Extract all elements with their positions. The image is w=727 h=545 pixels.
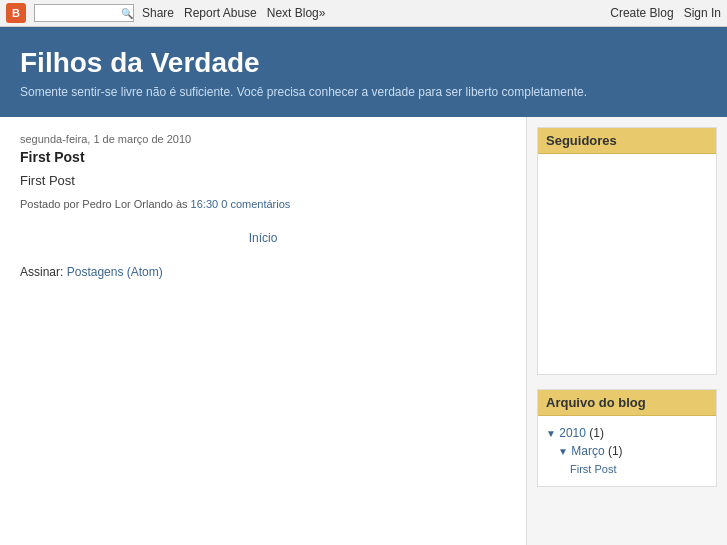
- archive-list: ▼ 2010 (1) ▼ Março (1) First Post: [546, 424, 708, 478]
- content-area: segunda-feira, 1 de março de 2010 First …: [0, 117, 527, 545]
- archive-month-count: (1): [608, 444, 623, 458]
- blog-description: Somente sentir-se livre não é suficiente…: [20, 85, 707, 99]
- archive-month-item: ▼ Março (1): [546, 442, 708, 460]
- archive-body: ▼ 2010 (1) ▼ Março (1) First Post: [538, 416, 716, 486]
- nav-links: Share Report Abuse Next Blog»: [142, 6, 325, 20]
- archive-title: Arquivo do blog: [538, 390, 716, 416]
- navbar: B 🔍 Share Report Abuse Next Blog» Create…: [0, 0, 727, 27]
- nav-home: Início: [20, 230, 506, 245]
- archive-year-link[interactable]: 2010: [559, 426, 586, 440]
- blogger-logo: B: [6, 3, 26, 23]
- search-input[interactable]: [39, 7, 119, 19]
- archive-widget: Arquivo do blog ▼ 2010 (1) ▼ Março (1) F…: [537, 389, 717, 487]
- search-box[interactable]: 🔍: [34, 4, 134, 22]
- archive-year-item: ▼ 2010 (1): [546, 424, 708, 442]
- home-link[interactable]: Início: [249, 231, 278, 245]
- nav-right: Create Blog Sign In: [610, 6, 721, 20]
- post-footer: Postado por Pedro Lor Orlando às 16:30 0…: [20, 198, 506, 210]
- sidebar: Seguidores Arquivo do blog ▼ 2010 (1) ▼ …: [527, 117, 727, 545]
- archive-month-link[interactable]: Março: [571, 444, 604, 458]
- year-triangle-icon: ▼: [546, 428, 556, 439]
- blog-header: Filhos da Verdade Somente sentir-se livr…: [0, 27, 727, 117]
- archive-post-item: First Post: [546, 460, 708, 478]
- seguidores-body: [538, 154, 716, 374]
- main-layout: segunda-feira, 1 de março de 2010 First …: [0, 117, 727, 545]
- create-blog-link[interactable]: Create Blog: [610, 6, 673, 20]
- seguidores-widget: Seguidores: [537, 127, 717, 375]
- report-abuse-link[interactable]: Report Abuse: [184, 6, 257, 20]
- blog-title: Filhos da Verdade: [20, 47, 707, 79]
- post-footer-text: Postado por Pedro Lor Orlando às: [20, 198, 188, 210]
- archive-year-count: (1): [589, 426, 604, 440]
- post-date: segunda-feira, 1 de março de 2010: [20, 133, 506, 145]
- post-comments-link[interactable]: 0 comentários: [221, 198, 290, 210]
- seguidores-title: Seguidores: [538, 128, 716, 154]
- subscribe-link[interactable]: Postagens (Atom): [67, 265, 163, 279]
- subscribe-line: Assinar: Postagens (Atom): [20, 265, 506, 279]
- post-title: First Post: [20, 149, 506, 165]
- share-link[interactable]: Share: [142, 6, 174, 20]
- search-icon: 🔍: [121, 8, 133, 19]
- sign-in-link[interactable]: Sign In: [684, 6, 721, 20]
- next-blog-link[interactable]: Next Blog»: [267, 6, 326, 20]
- subscribe-label: Assinar:: [20, 265, 63, 279]
- post-body: First Post: [20, 173, 506, 188]
- month-triangle-icon: ▼: [558, 446, 568, 457]
- archive-post-link[interactable]: First Post: [570, 463, 616, 475]
- post-time-link[interactable]: 16:30: [191, 198, 219, 210]
